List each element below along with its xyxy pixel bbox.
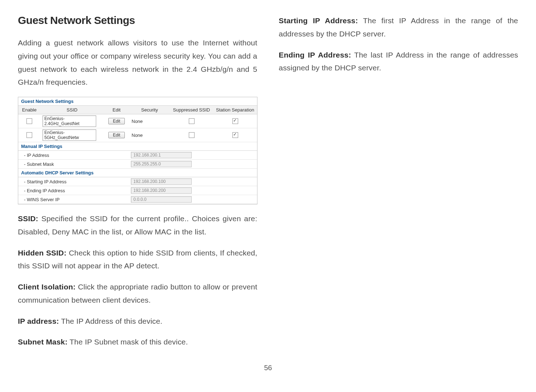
- ip-address-text: The IP Address of this device.: [59, 317, 162, 325]
- ssid-input[interactable]: EnGenius-5GHz_GuestNetw: [43, 129, 96, 141]
- col-edit: Edit: [104, 106, 129, 114]
- subnet-mask-input[interactable]: 255.255.255.0: [131, 161, 192, 167]
- wins-ip-input[interactable]: 0.0.0.0: [131, 196, 192, 203]
- content-columns: Guest Network Settings Adding a guest ne…: [18, 14, 518, 357]
- ending-ip-input[interactable]: 192.168.200.200: [131, 187, 192, 194]
- starting-ip-input[interactable]: 192.168.200.100: [131, 178, 192, 185]
- kv-row: - WINS Server IP 0.0.0.0: [18, 195, 257, 204]
- ending-ip-paragraph: Ending IP Address: The last IP Address i…: [279, 49, 518, 75]
- edit-button[interactable]: Edit: [108, 118, 125, 124]
- panel-title: Guest Network Settings: [18, 97, 257, 106]
- ip-address-paragraph: IP address: The IP Address of this devic…: [18, 315, 257, 328]
- table-row: EnGenius-5GHz_GuestNetw Edit None: [18, 128, 257, 142]
- ip-address-label: IP address:: [18, 317, 59, 325]
- kv-row: - Starting IP Address 192.168.200.100: [18, 177, 257, 186]
- enable-checkbox[interactable]: [26, 118, 32, 124]
- col-ssid: SSID: [40, 106, 104, 114]
- kv-row: - Ending IP Address 192.168.200.200: [18, 186, 257, 195]
- starting-ip-label: Starting IP Address:: [279, 16, 358, 25]
- kv-label: - IP Address: [18, 151, 128, 160]
- starting-ip-paragraph: Starting IP Address: The first IP Addres…: [279, 14, 518, 41]
- manual-ip-table: - IP Address 192.168.200.1 - Subnet Mask…: [18, 151, 257, 169]
- manual-ip-title: Manual IP Settings: [18, 142, 257, 151]
- subnet-mask-paragraph: Subnet Mask: The IP Subnet mask of this …: [18, 336, 257, 349]
- col-station: Station Separation: [213, 106, 257, 114]
- hidden-ssid-paragraph: Hidden SSID: Check this option to hide S…: [18, 247, 257, 273]
- suppressed-checkbox[interactable]: [189, 118, 195, 124]
- edit-button[interactable]: Edit: [108, 132, 125, 138]
- kv-row: - IP Address 192.168.200.1: [18, 151, 257, 160]
- col-security: Security: [129, 106, 170, 114]
- kv-label: - Starting IP Address: [18, 177, 128, 186]
- subnet-mask-text: The IP Subnet mask of this device.: [68, 338, 188, 346]
- kv-label: - Ending IP Address: [18, 186, 128, 195]
- kv-label: - Subnet Mask: [18, 160, 128, 169]
- station-checkbox[interactable]: [232, 118, 238, 124]
- dhcp-table: - Starting IP Address 192.168.200.100 - …: [18, 177, 257, 204]
- ssid-text: Specified the SSID for the current profi…: [18, 214, 257, 236]
- enable-checkbox[interactable]: [26, 132, 32, 138]
- client-isolation-label: Client Isolation:: [18, 283, 75, 291]
- ssid-paragraph: SSID: Specified the SSID for the current…: [18, 212, 257, 239]
- guest-network-panel: Guest Network Settings Enable SSID Edit …: [18, 97, 257, 204]
- col-enable: Enable: [18, 106, 40, 114]
- station-checkbox[interactable]: [232, 132, 238, 138]
- right-column: Starting IP Address: The first IP Addres…: [279, 14, 518, 357]
- ip-address-input[interactable]: 192.168.200.1: [131, 152, 192, 158]
- subnet-mask-label: Subnet Mask:: [18, 338, 68, 346]
- left-column: Guest Network Settings Adding a guest ne…: [18, 14, 257, 357]
- table-row: EnGenius-2.4GHz_GuestNet Edit None: [18, 114, 257, 128]
- ssid-label: SSID:: [18, 214, 38, 223]
- hidden-ssid-label: Hidden SSID:: [18, 249, 67, 257]
- intro-paragraph: Adding a guest network allows visitors t…: [18, 36, 257, 89]
- ssid-input[interactable]: EnGenius-2.4GHz_GuestNet: [43, 115, 96, 127]
- security-value: None: [129, 128, 170, 142]
- network-table: Enable SSID Edit Security Suppressed SSI…: [18, 106, 257, 142]
- kv-row: - Subnet Mask 255.255.255.0: [18, 160, 257, 169]
- page-title: Guest Network Settings: [18, 14, 257, 26]
- suppressed-checkbox[interactable]: [189, 132, 195, 138]
- ending-ip-label: Ending IP Address:: [279, 51, 351, 59]
- page-number: 56: [18, 364, 518, 372]
- security-value: None: [129, 114, 170, 128]
- kv-label: - WINS Server IP: [18, 195, 128, 204]
- client-isolation-paragraph: Client Isolation: Click the appropriate …: [18, 281, 257, 307]
- dhcp-title: Automatic DHCP Server Settings: [18, 169, 257, 177]
- col-suppressed: Suppressed SSID: [170, 106, 213, 114]
